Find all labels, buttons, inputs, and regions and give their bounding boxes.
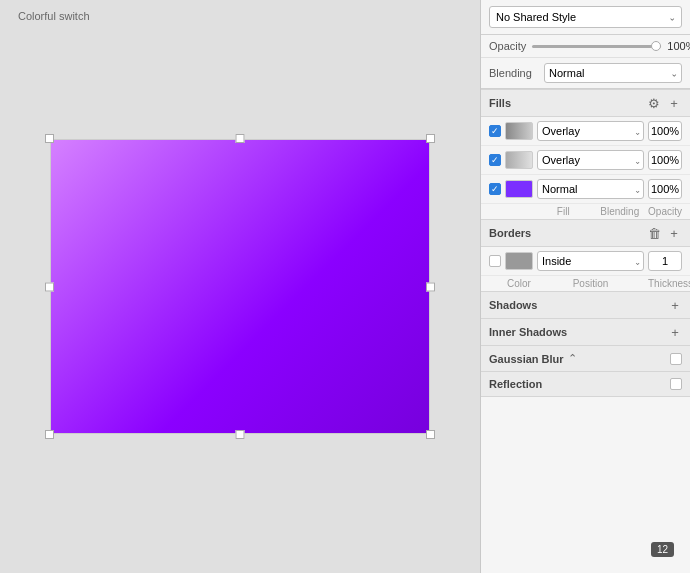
fills-add-icon[interactable]: + [666, 95, 682, 111]
opacity-slider[interactable] [532, 45, 661, 48]
blending-select-wrapper[interactable]: Normal [544, 63, 682, 83]
handle-bot-right[interactable] [426, 430, 435, 439]
shared-style-row: No Shared Style [481, 0, 690, 35]
shadows-section[interactable]: Shadows + [481, 291, 690, 319]
fill-2-opacity[interactable] [648, 150, 682, 170]
fill-2-mode-wrapper[interactable]: Overlay [537, 150, 644, 170]
handle-top-right[interactable] [426, 134, 435, 143]
fill-3-checkbox[interactable]: ✓ [489, 183, 501, 195]
handle-bot-left[interactable] [45, 430, 54, 439]
fill-2-mode-select[interactable]: Overlay [537, 150, 644, 170]
fill-row-2: ✓ Overlay [481, 146, 690, 175]
fill-3-opacity[interactable] [648, 179, 682, 199]
shadows-title: Shadows [489, 299, 537, 311]
fill-3-mode-select[interactable]: Normal [537, 179, 644, 199]
fill-col-opacity-label: Opacity [648, 206, 682, 217]
gaussian-blur-checkbox[interactable] [670, 353, 682, 365]
handle-top-mid[interactable] [236, 134, 245, 143]
shadows-add-icon[interactable]: + [668, 298, 682, 312]
fill-1-checkbox[interactable]: ✓ [489, 125, 501, 137]
border-1-checkbox[interactable] [489, 255, 501, 267]
fill-2-checkbox[interactable]: ✓ [489, 154, 501, 166]
canvas-area: Colorful switch [0, 0, 480, 573]
canvas-content [50, 139, 430, 434]
border-col-headers: Color Position Thickness [481, 276, 690, 291]
blending-row: Blending Normal [481, 58, 690, 89]
page-number: 12 [651, 542, 674, 557]
gaussian-blur-section: Gaussian Blur ⌃ [481, 346, 690, 372]
inner-shadows-title: Inner Shadows [489, 326, 567, 338]
border-col-position-label: Position [537, 278, 644, 289]
fill-3-swatch[interactable] [505, 180, 533, 198]
blending-label: Blending [489, 67, 544, 79]
gaussian-blur-title: Gaussian Blur [489, 353, 564, 365]
reflection-section: Reflection [481, 372, 690, 397]
gaussian-label-group: Gaussian Blur ⌃ [489, 352, 577, 365]
fill-col-headers: Fill Blending Opacity [481, 204, 690, 219]
opacity-value: 100% [667, 40, 690, 52]
gaussian-blur-arrows[interactable]: ⌃ [568, 352, 577, 365]
right-panel: No Shared Style Opacity 100% Blending No… [480, 0, 690, 573]
fill-1-swatch[interactable] [505, 122, 533, 140]
fill-2-swatch[interactable] [505, 151, 533, 169]
borders-section-header: Borders 🗑 + [481, 219, 690, 247]
borders-actions: 🗑 + [646, 225, 682, 241]
border-1-position-select[interactable]: Inside Outside Center [537, 251, 644, 271]
fill-col-blend-label: Blending [592, 206, 649, 217]
handle-mid-right[interactable] [426, 282, 435, 291]
opacity-row: Opacity 100% [481, 35, 690, 58]
fills-section-header: Fills ⚙ + [481, 89, 690, 117]
fill-row-1: ✓ Overlay [481, 117, 690, 146]
borders-title: Borders [489, 227, 531, 239]
border-col-color-label: Color [505, 278, 533, 289]
layer-label: Colorful switch [18, 10, 90, 22]
blending-select[interactable]: Normal [544, 63, 682, 83]
fills-actions: ⚙ + [646, 95, 682, 111]
handle-bot-mid[interactable] [236, 430, 245, 439]
canvas-frame[interactable] [50, 139, 430, 434]
reflection-checkbox[interactable] [670, 378, 682, 390]
border-row-1: Inside Outside Center [481, 247, 690, 276]
borders-add-icon[interactable]: + [666, 225, 682, 241]
fills-title: Fills [489, 97, 511, 109]
reflection-title: Reflection [489, 378, 542, 390]
border-1-position-wrapper[interactable]: Inside Outside Center [537, 251, 644, 271]
opacity-label: Opacity [489, 40, 526, 52]
border-1-thickness[interactable] [648, 251, 682, 271]
handle-mid-left[interactable] [45, 282, 54, 291]
fills-gear-icon[interactable]: ⚙ [646, 95, 662, 111]
fill-col-fill-label: Fill [535, 206, 592, 217]
shared-style-wrapper[interactable]: No Shared Style [489, 6, 682, 28]
inner-shadows-section[interactable]: Inner Shadows + [481, 319, 690, 346]
handle-top-left[interactable] [45, 134, 54, 143]
fill-1-mode-wrapper[interactable]: Overlay [537, 121, 644, 141]
border-col-thickness-label: Thickness [648, 278, 682, 289]
fill-row-3: ✓ Normal [481, 175, 690, 204]
shared-style-select[interactable]: No Shared Style [489, 6, 682, 28]
fill-1-opacity[interactable] [648, 121, 682, 141]
inner-shadows-add-icon[interactable]: + [668, 325, 682, 339]
borders-trash-icon[interactable]: 🗑 [646, 225, 662, 241]
fill-3-mode-wrapper[interactable]: Normal [537, 179, 644, 199]
fill-1-mode-select[interactable]: Overlay [537, 121, 644, 141]
border-1-swatch[interactable] [505, 252, 533, 270]
